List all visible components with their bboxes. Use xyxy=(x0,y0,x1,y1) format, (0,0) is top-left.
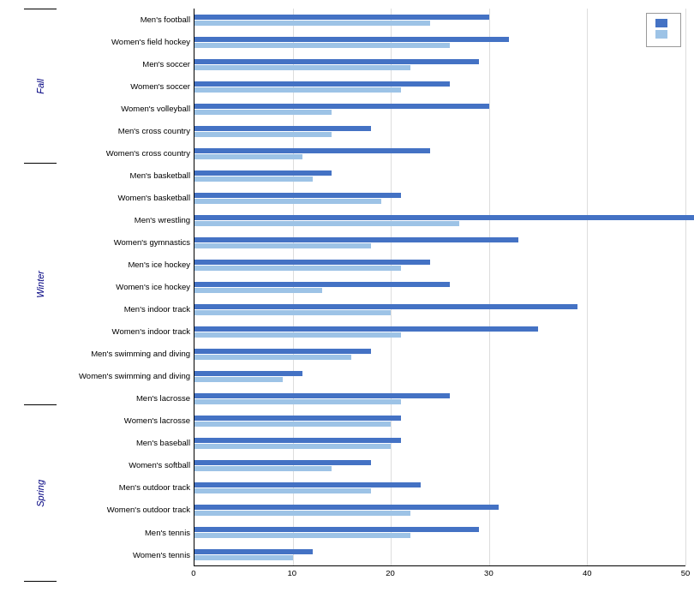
competition-bar xyxy=(194,104,489,109)
competition-bar xyxy=(194,371,302,376)
sport-labels: Men's footballWomen's field hockeyMen's … xyxy=(57,9,194,566)
bar-row xyxy=(194,187,685,209)
bar-row xyxy=(194,9,685,31)
bar-row xyxy=(194,521,685,543)
competition-bar xyxy=(194,237,518,242)
sport-label: Men's lacrosse xyxy=(57,394,194,403)
x-tick-label: 50 xyxy=(681,568,691,577)
practice-bar xyxy=(194,399,401,404)
competition-bar xyxy=(194,282,450,287)
sport-label: Men's cross country xyxy=(57,127,194,135)
competition-bar xyxy=(194,148,430,153)
bars-wrapper: Men's footballWomen's field hockeyMen's … xyxy=(57,9,685,566)
practice-bar xyxy=(194,555,293,560)
practice-bar xyxy=(194,221,459,226)
bar-row xyxy=(194,365,685,387)
sport-label: Men's swimming and diving xyxy=(57,350,194,358)
competition-bar xyxy=(194,438,401,443)
bar-row xyxy=(194,75,685,98)
bar-row xyxy=(194,320,685,343)
x-axis-labels: 01020304050 xyxy=(194,568,685,582)
practice-bar xyxy=(194,332,401,338)
competition-bar xyxy=(194,260,430,265)
practice-bar xyxy=(194,65,410,70)
sport-label: Women's indoor track xyxy=(57,327,194,336)
bar-row xyxy=(194,120,685,142)
bar-row xyxy=(194,276,685,298)
legend xyxy=(646,13,681,47)
practice-bar xyxy=(194,266,401,271)
practice-bar xyxy=(194,154,302,159)
competition-bar xyxy=(194,549,313,554)
practice-bar xyxy=(194,132,332,137)
bars-area xyxy=(194,9,685,566)
bar-row xyxy=(194,499,685,521)
competition-bar xyxy=(194,170,332,176)
competition-bar xyxy=(194,15,489,20)
practice-bar xyxy=(194,87,401,93)
bar-row xyxy=(194,254,685,276)
bar-row xyxy=(194,343,685,365)
bar-row xyxy=(194,454,685,476)
practice-bar xyxy=(194,21,430,26)
y-axis-label xyxy=(9,9,24,582)
competition-bar xyxy=(194,193,401,198)
x-tick-label: 40 xyxy=(583,568,592,577)
bar-row xyxy=(194,387,685,410)
sport-label: Women's gymnastics xyxy=(57,238,194,247)
bar-row xyxy=(194,31,685,53)
bar-row xyxy=(194,476,685,499)
legend-competition-box xyxy=(655,19,667,27)
season-labels: FallWinterSpring xyxy=(24,9,57,582)
x-tick-label: 30 xyxy=(484,568,494,577)
sport-label: Men's ice hockey xyxy=(57,260,194,269)
practice-bar xyxy=(194,310,391,315)
practice-bar xyxy=(194,511,410,516)
sport-label: Women's softball xyxy=(57,461,194,469)
bar-row xyxy=(194,543,685,565)
practice-bar xyxy=(194,355,351,360)
legend-practice-box xyxy=(655,30,667,39)
practice-bar xyxy=(194,243,371,248)
sport-label: Men's wrestling xyxy=(57,216,194,224)
practice-bar xyxy=(194,422,391,427)
sport-label: Men's tennis xyxy=(57,529,194,537)
practice-bar xyxy=(194,533,410,538)
x-tick-label: 0 xyxy=(191,568,195,577)
chart-area: Men's footballWomen's field hockeyMen's … xyxy=(57,9,685,582)
competition-bar xyxy=(194,482,421,487)
practice-bar xyxy=(194,466,332,471)
sport-label: Women's cross country xyxy=(57,149,194,158)
chart-container: FallWinterSpring Men's footballWomen's f… xyxy=(0,0,694,616)
sport-label: Women's volleyball xyxy=(57,105,194,113)
season-label: Spring xyxy=(35,480,45,507)
legend-competition xyxy=(655,19,672,27)
grid-line xyxy=(685,9,686,565)
sport-label: Women's tennis xyxy=(57,551,194,559)
competition-bar xyxy=(194,304,577,309)
practice-bar xyxy=(194,176,313,182)
competition-bar xyxy=(194,59,479,64)
practice-bar xyxy=(194,288,322,293)
bar-row xyxy=(194,142,685,164)
bar-row xyxy=(194,98,685,120)
x-tick-label: 20 xyxy=(386,568,395,577)
sport-label: Men's indoor track xyxy=(57,305,194,314)
bar-row xyxy=(194,410,685,432)
bar-row xyxy=(194,164,685,187)
season-label: Winter xyxy=(35,271,45,298)
competition-bar xyxy=(194,460,371,465)
sport-label: Men's outdoor track xyxy=(57,483,194,492)
competition-bar xyxy=(194,393,450,398)
bar-row xyxy=(194,53,685,75)
bar-row xyxy=(194,432,685,454)
competition-bar xyxy=(194,326,538,332)
practice-bar xyxy=(194,43,450,48)
x-tick-label: 10 xyxy=(288,568,297,577)
bar-rows xyxy=(194,9,685,565)
x-axis-row: 01020304050 xyxy=(57,568,685,582)
competition-bar xyxy=(194,215,694,220)
sport-label: Women's lacrosse xyxy=(57,416,194,425)
sport-label: Women's basketball xyxy=(57,194,194,202)
competition-bar xyxy=(194,527,479,532)
